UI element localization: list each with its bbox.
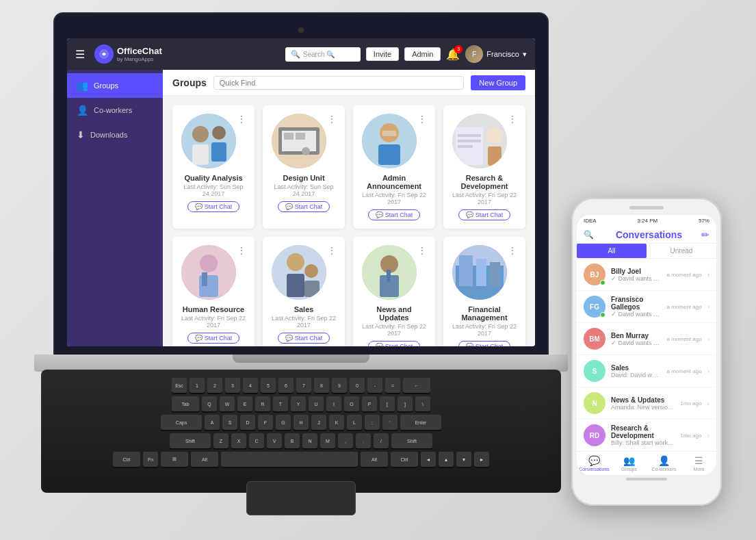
key-left[interactable]: ◄	[421, 452, 436, 467]
key-right[interactable]: ►	[474, 452, 489, 467]
start-chat-sa[interactable]: 💬 Start Chat	[278, 333, 330, 344]
phone-tab-unread[interactable]: Unread	[647, 244, 716, 258]
key-up[interactable]: ▲	[439, 452, 454, 467]
conv-item-fransisco[interactable]: FG Fransisco Gallegos ✓ David wants to s…	[577, 291, 716, 323]
key-6[interactable]: 6	[278, 378, 294, 393]
key-7[interactable]: 7	[296, 378, 311, 393]
header-search-btn[interactable]: 🔍 Search 🔍	[285, 47, 361, 62]
key-s[interactable]: S	[222, 415, 237, 430]
start-chat-fm[interactable]: 💬 Start Chat	[458, 341, 511, 346]
group-menu-aa[interactable]: ⋮	[417, 114, 427, 125]
key-o[interactable]: O	[344, 396, 359, 411]
key-z[interactable]: Z	[213, 433, 229, 448]
start-chat-du[interactable]: 💬 Start Chat	[278, 201, 330, 212]
key-alt-l[interactable]: Alt	[191, 452, 218, 467]
key-c[interactable]: C	[249, 433, 264, 448]
new-group-button[interactable]: New Group	[471, 75, 525, 90]
key-4[interactable]: 4	[243, 378, 258, 393]
key-backspace[interactable]: ←	[403, 378, 430, 393]
key-alt-r[interactable]: Alt	[361, 452, 388, 467]
key-k[interactable]: K	[329, 415, 344, 430]
key-v[interactable]: V	[267, 433, 282, 448]
invite-button[interactable]: Invite	[366, 47, 399, 61]
key-minus[interactable]: -	[367, 378, 382, 393]
key-period[interactable]: .	[356, 433, 371, 448]
key-9[interactable]: 9	[332, 378, 347, 393]
sidebar-item-downloads[interactable]: ⬇ Downloads	[67, 123, 163, 147]
key-5[interactable]: 5	[261, 378, 276, 393]
key-equals[interactable]: =	[385, 378, 400, 393]
start-chat-nu[interactable]: 💬 Start Chat	[368, 341, 421, 346]
user-profile[interactable]: F Francisco ▾	[465, 45, 527, 63]
key-t[interactable]: T	[273, 396, 288, 411]
group-menu-qa[interactable]: ⋮	[237, 114, 246, 125]
key-tab[interactable]: Tab	[172, 396, 199, 411]
key-rbracket[interactable]: ]	[397, 396, 413, 411]
key-3[interactable]: 3	[225, 378, 240, 393]
key-shift-r[interactable]: Shift	[391, 433, 432, 448]
key-r[interactable]: R	[255, 396, 270, 411]
group-menu-fm[interactable]: ⋮	[508, 245, 517, 256]
phone-tab-all[interactable]: All	[577, 244, 647, 258]
group-menu-sa[interactable]: ⋮	[327, 245, 337, 256]
key-j[interactable]: J	[311, 415, 326, 430]
key-2[interactable]: 2	[207, 378, 222, 393]
sidebar-item-coworkers[interactable]: 👤 Co-workers	[67, 98, 163, 123]
admin-button[interactable]: Admin	[404, 47, 441, 61]
key-x[interactable]: X	[231, 433, 246, 448]
phone-search-icon[interactable]: 🔍	[584, 230, 594, 240]
phone-nav-more[interactable]: ☰ More	[681, 452, 716, 475]
key-h[interactable]: H	[294, 415, 309, 430]
key-i[interactable]: I	[326, 396, 341, 411]
phone-nav-conversations[interactable]: 💬 Conversations	[577, 452, 612, 475]
key-capslock[interactable]: Caps	[161, 415, 202, 430]
start-chat-rd[interactable]: 💬 Start Chat	[458, 209, 511, 220]
start-chat-aa[interactable]: 💬 Start Chat	[368, 209, 421, 220]
key-fn[interactable]: Fn	[143, 452, 158, 467]
key-p[interactable]: P	[362, 396, 377, 411]
key-b[interactable]: B	[285, 433, 300, 448]
phone-nav-groups[interactable]: 👥 Groups	[612, 452, 647, 475]
key-q[interactable]: Q	[202, 396, 217, 411]
key-m[interactable]: M	[320, 433, 335, 448]
key-space[interactable]	[221, 452, 358, 467]
key-w[interactable]: W	[220, 396, 235, 411]
group-menu-hr[interactable]: ⋮	[237, 245, 246, 256]
key-f[interactable]: F	[258, 415, 273, 430]
conv-item-research[interactable]: RD Research & Development Billy: Shall s…	[577, 420, 716, 451]
key-e[interactable]: E	[237, 396, 252, 411]
group-menu-nu[interactable]: ⋮	[417, 245, 427, 256]
key-win[interactable]: ⊞	[161, 452, 188, 467]
start-chat-qa[interactable]: 💬 Start Chat	[187, 201, 240, 212]
phone-nav-coworkers[interactable]: 👤 Co-workers	[647, 452, 681, 475]
key-esc[interactable]: Esc	[172, 378, 187, 393]
key-backslash[interactable]: \	[415, 396, 430, 411]
key-l[interactable]: L	[347, 415, 362, 430]
quick-find-input[interactable]	[213, 76, 465, 90]
key-u[interactable]: U	[309, 396, 324, 411]
conv-item-news[interactable]: N News & Updates Amanda: New version com…	[577, 387, 716, 420]
key-enter[interactable]: Enter	[400, 415, 441, 430]
notification-badge[interactable]: 🔔 3	[446, 48, 460, 61]
compose-icon[interactable]: ✏	[701, 229, 709, 240]
conv-item-sales[interactable]: S Sales David: David wants to share a fi…	[577, 355, 716, 387]
conv-item-ben[interactable]: BM Ben Murray ✓ David wants to share a f…	[577, 323, 716, 355]
menu-icon[interactable]: ☰	[75, 48, 85, 61]
key-down[interactable]: ▼	[456, 452, 471, 467]
key-d[interactable]: D	[240, 415, 255, 430]
key-8[interactable]: 8	[314, 378, 329, 393]
key-slash[interactable]: /	[374, 433, 389, 448]
key-ctrl-l[interactable]: Ctrl	[113, 452, 140, 467]
key-n[interactable]: N	[302, 433, 317, 448]
key-1[interactable]: 1	[190, 378, 205, 393]
key-0[interactable]: 0	[350, 378, 365, 393]
trackpad[interactable]	[246, 481, 356, 515]
key-comma[interactable]: ,	[338, 433, 353, 448]
key-lbracket[interactable]: [	[380, 396, 395, 411]
sidebar-item-groups[interactable]: 👥 Groups	[67, 73, 163, 98]
key-ctrl-r[interactable]: Ctrl	[391, 452, 418, 467]
key-shift-l[interactable]: Shift	[170, 433, 211, 448]
start-chat-hr[interactable]: 💬 Start Chat	[187, 333, 240, 344]
key-quote[interactable]: '	[382, 415, 397, 430]
group-menu-du[interactable]: ⋮	[327, 114, 337, 125]
